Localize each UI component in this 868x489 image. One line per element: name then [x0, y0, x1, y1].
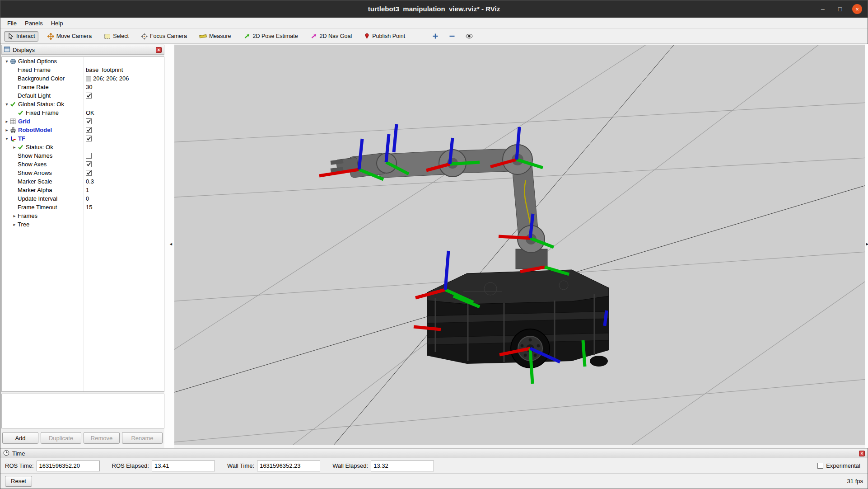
tool-focus-camera[interactable]: Focus Camera: [138, 31, 190, 42]
tree-row-status-ok[interactable]: ▸Status: Ok: [2, 143, 164, 151]
row-value[interactable]: [84, 126, 164, 134]
tree-row-grid[interactable]: ▸Grid: [2, 117, 164, 126]
checkbox-checked[interactable]: [86, 118, 92, 124]
minimize-button[interactable]: –: [818, 4, 828, 14]
row-label: Marker Alpha: [18, 186, 52, 194]
tool-select[interactable]: Select: [101, 31, 132, 42]
displays-panel-header[interactable]: Displays: [1, 45, 164, 55]
ros-elapsed-field[interactable]: [152, 461, 215, 471]
row-value[interactable]: OK: [84, 108, 164, 117]
row-value[interactable]: 1: [84, 186, 164, 194]
row-value[interactable]: [84, 91, 164, 100]
splitter-collapse-left-icon[interactable]: ◄: [169, 242, 173, 246]
row-value[interactable]: [84, 212, 164, 220]
row-value[interactable]: 0.3: [84, 177, 164, 186]
tree-row-fixed-frame[interactable]: Fixed FrameOK: [2, 108, 164, 117]
row-value[interactable]: [84, 57, 164, 66]
tree-row-marker-scale[interactable]: Marker Scale0.3: [2, 177, 164, 186]
expander-open-icon[interactable]: ▾: [4, 57, 10, 66]
tool-move-camera[interactable]: Move Camera: [44, 31, 95, 42]
expander-open-icon[interactable]: ▾: [4, 100, 10, 108]
splitter-collapse-right-icon[interactable]: ►: [865, 242, 868, 246]
maximize-button[interactable]: □: [835, 4, 845, 14]
add-button[interactable]: Add: [2, 432, 38, 444]
tree-row-frame-timeout[interactable]: Frame Timeout15: [2, 203, 164, 212]
titlebar[interactable]: turtlebot3_manipulation_view.rviz* - RVi…: [0, 0, 868, 18]
checkbox-checked[interactable]: [86, 161, 92, 167]
tool-camera-eye[interactable]: [463, 32, 475, 41]
wall-elapsed-field[interactable]: [371, 461, 434, 471]
row-value[interactable]: [84, 160, 164, 169]
tree-row-marker-alpha[interactable]: Marker Alpha1: [2, 186, 164, 194]
row-value[interactable]: 15: [84, 203, 164, 212]
checkbox-checked[interactable]: [86, 136, 92, 141]
tool-label: Select: [113, 33, 129, 39]
wall-time-field[interactable]: [257, 461, 320, 471]
tree-row-global-options[interactable]: ▾Global Options: [2, 57, 164, 66]
tree-column-divider[interactable]: [84, 57, 84, 391]
tree-row-background-color[interactable]: Background Color206; 206; 206: [2, 74, 164, 83]
check-icon: [18, 144, 26, 150]
tree-row-fixed-frame[interactable]: Fixed Framebase_footprint: [2, 66, 164, 74]
expander-closed-icon[interactable]: ▸: [4, 117, 10, 126]
experimental-checkbox[interactable]: [817, 463, 823, 469]
row-value[interactable]: 206; 206; 206: [84, 74, 164, 83]
menu-help[interactable]: Help: [47, 19, 67, 28]
pose-arrow-green-icon: [243, 33, 251, 40]
checkbox-unchecked[interactable]: [86, 153, 92, 159]
expander-closed-icon[interactable]: ▸: [4, 126, 10, 134]
3d-viewport[interactable]: [174, 45, 865, 445]
rename-button: Rename: [122, 432, 163, 444]
row-value[interactable]: [84, 143, 164, 151]
checkbox-checked[interactable]: [86, 93, 92, 99]
row-value[interactable]: [84, 134, 164, 143]
tree-row-update-interval[interactable]: Update Interval0: [2, 194, 164, 203]
expander-open-icon[interactable]: ▾: [4, 134, 10, 143]
tree-row-tf[interactable]: ▾TF: [2, 134, 164, 143]
tree-row-frame-rate[interactable]: Frame Rate30: [2, 83, 164, 91]
tool-measure[interactable]: Measure: [196, 31, 234, 41]
row-value[interactable]: [84, 151, 164, 160]
tree-row-default-light[interactable]: Default Light: [2, 91, 164, 100]
camera-eye-icon: [466, 33, 473, 39]
tree-row-show-arrows[interactable]: Show Arrows: [2, 169, 164, 177]
tree-row-robotmodel[interactable]: ▸RobotModel: [2, 126, 164, 134]
row-value[interactable]: [84, 100, 164, 108]
time-panel-header[interactable]: Time: [0, 449, 868, 458]
tf-icon: [10, 136, 18, 141]
tree-row-global-status-ok[interactable]: ▾Global Status: Ok: [2, 100, 164, 108]
tool-label: Interact: [16, 33, 35, 39]
row-value[interactable]: base_footprint: [84, 66, 164, 74]
displays-tree[interactable]: ▾Global OptionsFixed Framebase_footprint…: [1, 56, 164, 392]
tree-row-show-axes[interactable]: Show Axes: [2, 160, 164, 169]
tree-row-frames[interactable]: ▸Frames: [2, 212, 164, 220]
tool-zoom-out-minus[interactable]: [447, 31, 457, 41]
checkbox-checked[interactable]: [86, 170, 92, 176]
row-value[interactable]: [84, 220, 164, 229]
tree-row-tree[interactable]: ▸Tree: [2, 220, 164, 229]
tool-interact[interactable]: Interact: [4, 31, 38, 42]
menu-file[interactable]: File: [3, 19, 21, 28]
row-label: Status: Ok: [26, 143, 53, 151]
row-value[interactable]: [84, 117, 164, 126]
tree-row-show-names[interactable]: Show Names: [2, 151, 164, 160]
expander-closed-icon[interactable]: ▸: [11, 212, 18, 220]
checkbox-checked[interactable]: [86, 127, 92, 133]
expander-closed-icon[interactable]: ▸: [11, 143, 18, 151]
tool-2d-nav-goal[interactable]: 2D Nav Goal: [307, 31, 355, 42]
close-button[interactable]: ×: [852, 4, 862, 14]
ros-time-field[interactable]: [37, 461, 100, 471]
reset-button[interactable]: Reset: [5, 476, 32, 487]
time-panel-close-icon[interactable]: [859, 451, 865, 456]
row-value[interactable]: 0: [84, 194, 164, 203]
value-text: 15: [86, 203, 92, 212]
menu-panels[interactable]: Panels: [21, 19, 47, 28]
value-text: 0.3: [86, 177, 94, 186]
row-value[interactable]: [84, 169, 164, 177]
row-value[interactable]: 30: [84, 83, 164, 91]
expander-closed-icon[interactable]: ▸: [11, 220, 18, 229]
tool-publish-point[interactable]: Publish Point: [361, 31, 408, 42]
displays-close-icon[interactable]: [156, 47, 162, 53]
tool-2d-pose-estimate[interactable]: 2D Pose Estimate: [240, 31, 301, 42]
tool-zoom-in-plus[interactable]: [430, 31, 441, 41]
